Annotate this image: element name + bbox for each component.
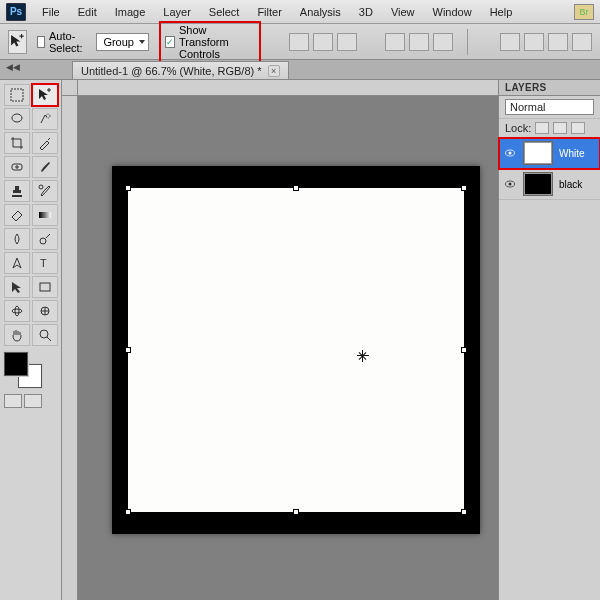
dodge-tool[interactable] [32, 228, 58, 250]
lasso-tool[interactable] [4, 108, 30, 130]
visibility-toggle[interactable] [503, 146, 517, 160]
foreground-color-swatch[interactable] [4, 352, 28, 376]
blend-mode-row: Normal [499, 96, 600, 119]
align-bottom-button[interactable] [337, 33, 357, 51]
highlight-show-transform: ✓ Show Transform Controls [159, 21, 261, 63]
show-transform-checkbox[interactable]: ✓ Show Transform Controls [165, 24, 255, 60]
crop-tool[interactable] [4, 132, 30, 154]
lock-transparency-button[interactable] [535, 122, 549, 134]
3d-rotate-tool[interactable] [4, 300, 30, 322]
zoom-tool[interactable] [32, 324, 58, 346]
document-tab-bar: ◀◀ Untitled-1 @ 66.7% (White, RGB/8) * × [0, 60, 600, 80]
menu-3d[interactable]: 3D [351, 4, 381, 20]
svg-point-4 [39, 185, 43, 189]
distribute-1-button[interactable] [500, 33, 520, 51]
dropdown-value: Group [103, 36, 134, 48]
document-canvas[interactable] [112, 166, 480, 534]
document-tab[interactable]: Untitled-1 @ 66.7% (White, RGB/8) * × [72, 61, 289, 79]
layer-thumbnail[interactable] [523, 172, 553, 196]
align-vcenter-button[interactable] [313, 33, 333, 51]
pen-tool[interactable] [4, 252, 30, 274]
transform-handle-ml[interactable] [125, 347, 131, 353]
menu-view[interactable]: View [383, 4, 423, 20]
transform-handle-tl[interactable] [125, 185, 131, 191]
lock-pixels-button[interactable] [553, 122, 567, 134]
ruler-origin[interactable] [62, 80, 78, 96]
layers-panel-tab[interactable]: LAYERS [499, 80, 600, 96]
transform-handle-br[interactable] [461, 509, 467, 515]
quick-select-tool[interactable] [32, 108, 58, 130]
hand-tool[interactable] [4, 324, 30, 346]
align-left-button[interactable] [385, 33, 405, 51]
svg-point-16 [509, 183, 512, 186]
transform-handle-tr[interactable] [461, 185, 467, 191]
align-right-button[interactable] [433, 33, 453, 51]
transform-handle-bl[interactable] [125, 509, 131, 515]
layer-row-white[interactable]: White [499, 138, 600, 169]
toolbox: T [0, 80, 62, 600]
align-top-button[interactable] [289, 33, 309, 51]
bridge-icon[interactable]: Br [574, 4, 594, 20]
standard-mode-button[interactable] [4, 394, 22, 408]
menu-layer[interactable]: Layer [155, 4, 199, 20]
transform-anchor-icon[interactable] [357, 350, 369, 362]
collapse-toolbox-icon[interactable]: ◀◀ [6, 62, 20, 72]
3d-camera-tool[interactable] [32, 300, 58, 322]
type-tool[interactable]: T [32, 252, 58, 274]
svg-point-14 [509, 152, 512, 155]
transform-handle-tm[interactable] [293, 185, 299, 191]
menu-window[interactable]: Window [425, 4, 480, 20]
quick-mask-row [4, 394, 57, 408]
eyedropper-tool[interactable] [32, 132, 58, 154]
distribute-buttons-group [500, 33, 592, 51]
ruler-vertical[interactable] [62, 96, 78, 600]
quick-mask-button[interactable] [24, 394, 42, 408]
color-swatches[interactable] [4, 352, 48, 388]
healing-tool[interactable] [4, 156, 30, 178]
distribute-3-button[interactable] [548, 33, 568, 51]
options-bar: Auto-Select: Group ✓ Show Transform Cont… [0, 24, 600, 60]
document-tab-title: Untitled-1 @ 66.7% (White, RGB/8) * [81, 65, 262, 77]
checkbox-icon: ✓ [165, 36, 175, 48]
svg-point-10 [15, 306, 19, 316]
transform-handle-bm[interactable] [293, 509, 299, 515]
auto-select-scope-dropdown[interactable]: Group [96, 33, 149, 51]
canvas-viewport[interactable] [78, 96, 498, 600]
blur-tool[interactable] [4, 228, 30, 250]
layer-name-label: black [559, 179, 596, 190]
distribute-2-button[interactable] [524, 33, 544, 51]
lock-position-button[interactable] [571, 122, 585, 134]
layer-thumbnail[interactable] [523, 141, 553, 165]
menu-filter[interactable]: Filter [249, 4, 289, 20]
eraser-tool[interactable] [4, 204, 30, 226]
lock-row: Lock: [499, 119, 600, 138]
menu-file[interactable]: File [34, 4, 68, 20]
auto-select-checkbox[interactable]: Auto-Select: [37, 30, 87, 54]
layer-row-black[interactable]: black [499, 169, 600, 200]
app-logo: Ps [6, 3, 26, 21]
history-brush-tool[interactable] [32, 180, 58, 202]
brush-tool[interactable] [32, 156, 58, 178]
stamp-tool[interactable] [4, 180, 30, 202]
gradient-tool[interactable] [32, 204, 58, 226]
blend-mode-dropdown[interactable]: Normal [505, 99, 594, 115]
ruler-horizontal[interactable] [78, 80, 498, 96]
move-tool[interactable] [32, 84, 58, 106]
close-tab-icon[interactable]: × [268, 65, 280, 77]
lock-label: Lock: [505, 122, 531, 134]
canvas-area [62, 80, 498, 600]
shape-tool[interactable] [32, 276, 58, 298]
path-select-tool[interactable] [4, 276, 30, 298]
menu-help[interactable]: Help [482, 4, 521, 20]
menu-select[interactable]: Select [201, 4, 248, 20]
menu-image[interactable]: Image [107, 4, 154, 20]
distribute-4-button[interactable] [572, 33, 592, 51]
transform-handle-mr[interactable] [461, 347, 467, 353]
current-tool-indicator[interactable] [8, 30, 27, 54]
selected-layer-bounds[interactable] [128, 188, 464, 512]
visibility-toggle[interactable] [503, 177, 517, 191]
align-hcenter-button[interactable] [409, 33, 429, 51]
marquee-tool[interactable] [4, 84, 30, 106]
menu-edit[interactable]: Edit [70, 4, 105, 20]
menu-analysis[interactable]: Analysis [292, 4, 349, 20]
